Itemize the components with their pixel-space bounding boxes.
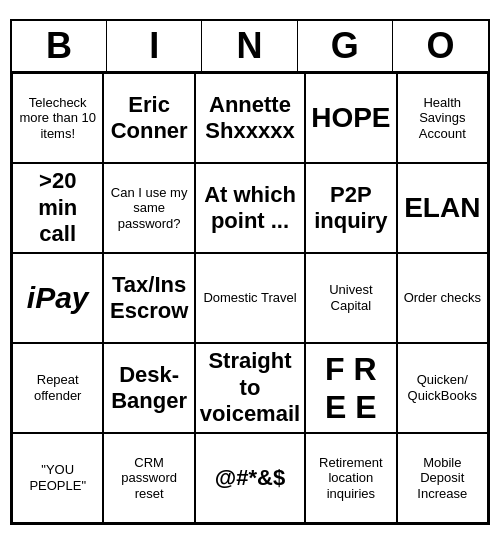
header-letter-g: G xyxy=(298,21,393,71)
bingo-cell-0: Telecheck more than 10 items! xyxy=(12,73,103,163)
bingo-cell-5: >20 min call xyxy=(12,163,103,253)
bingo-header: BINGO xyxy=(12,21,488,73)
bingo-cell-2: Annette Shxxxxx xyxy=(195,73,305,163)
bingo-cell-21: CRM password reset xyxy=(103,433,194,523)
bingo-cell-3: HOPE xyxy=(305,73,396,163)
bingo-cell-15: Repeat offender xyxy=(12,343,103,433)
bingo-cell-23: Retirement location inquiries xyxy=(305,433,396,523)
bingo-cell-10: iPay xyxy=(12,253,103,343)
bingo-card: BINGO Telecheck more than 10 items!Eric … xyxy=(10,19,490,525)
bingo-cell-22: @#*&$ xyxy=(195,433,305,523)
bingo-cell-17: Straight to voicemail xyxy=(195,343,305,433)
bingo-cell-24: Mobile Deposit Increase xyxy=(397,433,488,523)
bingo-cell-1: Eric Conner xyxy=(103,73,194,163)
header-letter-n: N xyxy=(202,21,297,71)
bingo-cell-14: Order checks xyxy=(397,253,488,343)
header-letter-o: O xyxy=(393,21,488,71)
bingo-cell-6: Can I use my same password? xyxy=(103,163,194,253)
bingo-cell-13: Univest Capital xyxy=(305,253,396,343)
bingo-cell-11: Tax/Ins Escrow xyxy=(103,253,194,343)
bingo-cell-18: F R E E xyxy=(305,343,396,433)
bingo-cell-8: P2P inquiry xyxy=(305,163,396,253)
bingo-cell-9: ELAN xyxy=(397,163,488,253)
header-letter-b: B xyxy=(12,21,107,71)
bingo-cell-12: Domestic Travel xyxy=(195,253,305,343)
bingo-cell-7: At which point ... xyxy=(195,163,305,253)
bingo-cell-16: Desk-Banger xyxy=(103,343,194,433)
bingo-cell-20: "YOU PEOPLE" xyxy=(12,433,103,523)
bingo-cell-19: Quicken/ QuickBooks xyxy=(397,343,488,433)
header-letter-i: I xyxy=(107,21,202,71)
bingo-grid: Telecheck more than 10 items!Eric Conner… xyxy=(12,73,488,523)
bingo-cell-4: Health Savings Account xyxy=(397,73,488,163)
